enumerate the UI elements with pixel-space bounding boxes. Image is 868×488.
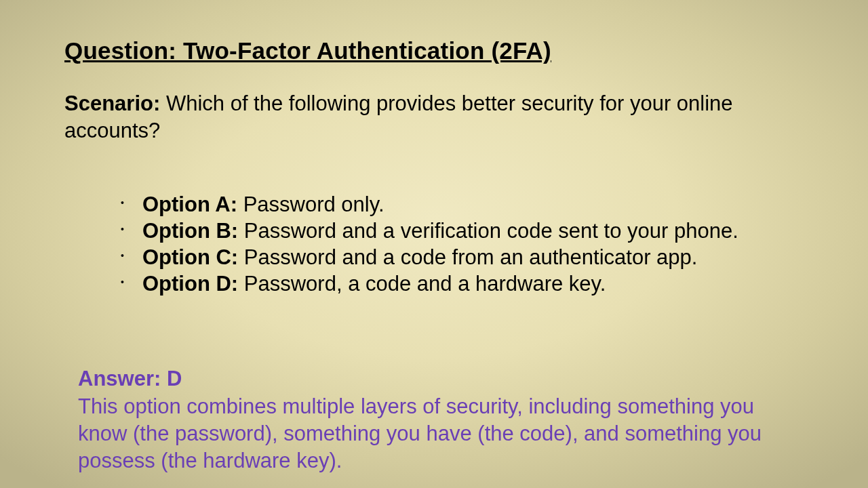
option-b: Option B: Password and a verification co… (115, 218, 804, 244)
question-title: Question: Two-Factor Authentication (2FA… (64, 37, 804, 64)
option-c: Option C: Password and a code from an au… (115, 244, 804, 270)
answer-block: Answer: D This option combines multiple … (78, 365, 776, 474)
scenario-text: Which of the following provides better s… (64, 92, 733, 142)
option-text: Password only. (237, 192, 384, 216)
answer-explanation: This option combines multiple layers of … (78, 394, 762, 472)
option-label: Option D: (142, 272, 238, 296)
options-list: Option A: Password only. Option B: Passw… (115, 191, 804, 297)
answer-heading: Answer: D (78, 365, 776, 392)
option-label: Option A: (142, 192, 237, 216)
option-a: Option A: Password only. (115, 191, 804, 218)
scenario-block: Scenario: Which of the following provide… (64, 90, 804, 144)
option-text: Password and a code from an authenticato… (238, 245, 697, 269)
scenario-label: Scenario: (64, 92, 160, 115)
option-text: Password, a code and a hardware key. (238, 272, 606, 296)
option-label: Option B: (142, 219, 238, 243)
option-d: Option D: Password, a code and a hardwar… (115, 270, 804, 297)
option-label: Option C: (142, 245, 238, 269)
option-text: Password and a verification code sent to… (238, 219, 738, 243)
